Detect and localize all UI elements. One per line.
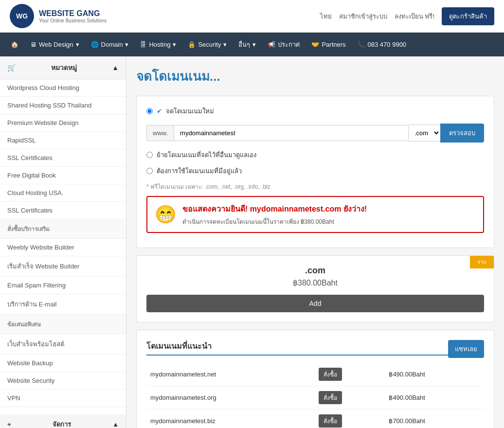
free-domains-note: * ฟรีโดเมนเนม เฉพาะ: .com, .net, .org, .… xyxy=(146,182,484,191)
table-row: mydomainnametest.biz สั่งซื้อ ฿700.00Bah… xyxy=(146,410,484,428)
domain-icon: 🌐 xyxy=(91,41,99,48)
sidebar: 🛒 หมวดหมู่ ▲ Wordpress Cloud Hosting Sha… xyxy=(0,56,126,428)
domain-cell-3: mydomainnametest.biz xyxy=(146,410,315,428)
radio-existing: ต้องการใช้โดเมนเนมที่มีอยู่แล้ว xyxy=(146,166,484,176)
domain-result-card: ราก .com ฿380.00Baht Add xyxy=(136,255,494,322)
sidebar-item-email-service[interactable]: บริการด้าน E-mail xyxy=(0,294,126,315)
sidebar-item-weebly[interactable]: Weebly Website Builder xyxy=(0,239,126,256)
manage-collapse-icon: ▲ xyxy=(112,421,119,428)
recommended-title: โดเมนเนมที่แนะนำ xyxy=(146,340,484,356)
sidebar-item-wordpress[interactable]: Wordpress Cloud Hosting xyxy=(0,79,126,97)
sidebar-item-email-spam[interactable]: Email Spam Filtering xyxy=(0,277,126,294)
sidebar-item-web-hosting[interactable]: เว็บสำเร็จพร้อมโฮสต์ xyxy=(0,334,126,355)
layout: 🛒 หมวดหมู่ ▲ Wordpress Cloud Hosting Sha… xyxy=(0,56,504,428)
main-content: จดโดเมนเนม... ✔ จดโดเมนเนมใหม่ www. .com… xyxy=(126,56,504,428)
lock-icon: 🔒 xyxy=(188,41,196,48)
add-button[interactable]: Add xyxy=(146,295,484,312)
www-prefix: www. xyxy=(146,125,174,141)
nav-other[interactable]: อื่นๆ ▾ xyxy=(233,33,262,56)
recommended-table: mydomainnametest.net สั่งซื้อ ฿490.00Bah… xyxy=(146,363,484,428)
view-cart-button[interactable]: ดูตะกร้าสินค้า xyxy=(442,7,494,25)
ribbon-badge: ราก xyxy=(470,256,494,268)
order-button-3[interactable]: สั่งซื้อ xyxy=(319,414,342,428)
sidebar-item-ssl[interactable]: SSL Certificates xyxy=(0,149,126,167)
logo-area: WG WEBSITE GANG Your Online Business Sol… xyxy=(10,4,107,28)
phone-icon: 📞 xyxy=(358,41,365,48)
order-button-1[interactable]: สั่งซื้อ xyxy=(319,368,342,381)
plus-icon: + xyxy=(7,421,11,428)
radio-transfer-input[interactable] xyxy=(146,152,153,158)
table-row: mydomainnametest.org สั่งซื้อ ฿490.00Bah… xyxy=(146,386,484,410)
cart-icon: 🛒 xyxy=(7,64,16,71)
register-link[interactable]: ลงทะเบียน ฟรี! xyxy=(395,11,434,21)
logo-icon: WG xyxy=(10,4,34,28)
nav-home[interactable]: 🏠 xyxy=(5,34,24,55)
collapse-icon: ▲ xyxy=(112,64,119,71)
nav-phone[interactable]: 📞 083 470 9900 xyxy=(352,34,413,55)
sidebar-item-security[interactable]: Website Security xyxy=(0,372,126,390)
sidebar-item-cloud-usa[interactable]: Cloud Hosting USA. xyxy=(0,184,126,202)
main-nav: 🏠 🖥 Web Design ▾ 🌐 Domain ▾ 🗄 Hosting ▾ … xyxy=(0,33,504,56)
brand-name: WEBSITE GANG xyxy=(39,9,107,18)
nav-hosting[interactable]: 🗄 Hosting ▾ xyxy=(134,34,182,55)
alert-success: 😁 ขอแสดงความยินดี! mydomainnametest.com … xyxy=(146,196,484,233)
nav-web-design[interactable]: 🖥 Web Design ▾ xyxy=(24,34,85,55)
price-cell-3: ฿700.00Baht xyxy=(385,410,484,428)
sidebar-manage-header: + จัดการ ▲ xyxy=(0,414,126,428)
top-bar: WG WEBSITE GANG Your Online Business Sol… xyxy=(0,0,504,33)
sidebar-item-shared-hosting[interactable]: Shared Hosting SSD Thailand xyxy=(0,97,126,114)
sidebar-item-digital-book[interactable]: Free Digital Book xyxy=(0,167,126,184)
server-icon: 🗄 xyxy=(140,41,146,48)
sidebar-section-order: สั่งซื้อบริการเสริม xyxy=(0,219,126,239)
monitor-icon: 🖥 xyxy=(30,41,36,48)
alert-content: ขอแสดงความยินดี! mydomainnametest.com ยั… xyxy=(182,203,367,226)
domain-cell-2: mydomainnametest.org xyxy=(146,386,315,410)
radio-existing-input[interactable] xyxy=(146,168,153,174)
sidebar-item-vpn[interactable]: VPN xyxy=(0,390,126,407)
domain-input[interactable] xyxy=(174,125,409,141)
tagline: Your Online Business Solutions xyxy=(39,18,107,23)
hide-button[interactable]: แซทเลย xyxy=(448,340,484,358)
sidebar-item-rapidssl[interactable]: RapidSSL xyxy=(0,132,126,149)
top-nav-right: ไทย สมาชิกเข้าสู่ระบบ ลงทะเบียน ฟรี! ดูต… xyxy=(320,7,494,25)
domain-search-card: ✔ จดโดเมนเนมใหม่ www. .com .net .org .in… xyxy=(136,96,494,248)
result-tld: .com xyxy=(146,266,484,276)
domain-cell-1: mydomainnametest.net xyxy=(146,363,315,386)
smile-emoji: 😁 xyxy=(155,204,177,225)
price-cell-1: ฿490.00Baht xyxy=(385,363,484,386)
nav-announcement[interactable]: 📢 ประกาศ xyxy=(262,33,306,56)
radio-new-domain: ✔ จดโดเมนเนมใหม่ xyxy=(146,106,484,116)
lang-selector[interactable]: ไทย xyxy=(320,11,332,21)
table-row: mydomainnametest.net สั่งซื้อ ฿490.00Bah… xyxy=(146,363,484,386)
nav-domain[interactable]: 🌐 Domain ▾ xyxy=(85,34,135,55)
domain-input-row: www. .com .net .org .info .biz ตรวจสอบ xyxy=(146,124,484,143)
announcement-icon: 📢 xyxy=(268,41,275,48)
radio-transfer: ย้ายโดเมนเนมที่จดไว้ที่อื่นมาดูแลเอง xyxy=(146,150,484,160)
recommended-card: แซทเลย โดเมนเนมที่แนะนำ mydomainnametest… xyxy=(136,330,494,428)
sidebar-item-ssl2[interactable]: SSL Certificates xyxy=(0,202,126,219)
result-price: ฿380.00Baht xyxy=(146,278,484,287)
partners-icon: 🤝 xyxy=(311,41,319,48)
logo-text: WEBSITE GANG Your Online Business Soluti… xyxy=(39,9,107,23)
sidebar-header: 🛒 หมวดหมู่ ▲ xyxy=(0,56,126,79)
checkmark-icon: ✔ xyxy=(157,107,162,115)
sidebar-item-premium-design[interactable]: Premium Website Design xyxy=(0,114,126,132)
nav-partners[interactable]: 🤝 Partners xyxy=(306,34,351,55)
alert-title: ขอแสดงความยินดี! mydomainnametest.com ยั… xyxy=(182,203,367,215)
nav-security[interactable]: 🔒 Security ▾ xyxy=(182,34,233,55)
check-button[interactable]: ตรวจสอบ xyxy=(440,124,484,143)
radio-new-domain-input[interactable] xyxy=(146,108,153,114)
tld-select[interactable]: .com .net .org .info .biz xyxy=(409,125,440,142)
login-link[interactable]: สมาชิกเข้าสู่ระบบ xyxy=(339,11,387,21)
price-cell-2: ฿490.00Baht xyxy=(385,386,484,410)
order-button-2[interactable]: สั่งซื้อ xyxy=(319,391,342,404)
alert-sub: ดำเนินการจดทะเบียนโดเมนเนมนี้ในราคาเพียง… xyxy=(182,217,367,226)
sidebar-section-special: ข้อเสนอพิเศษ xyxy=(0,315,126,334)
sidebar-item-website-builder[interactable]: เริ่มสำเร็จ Website Builder xyxy=(0,256,126,277)
sidebar-item-backup[interactable]: Website Backup xyxy=(0,355,126,372)
page-title: จดโดเมนเนม... xyxy=(136,66,494,86)
